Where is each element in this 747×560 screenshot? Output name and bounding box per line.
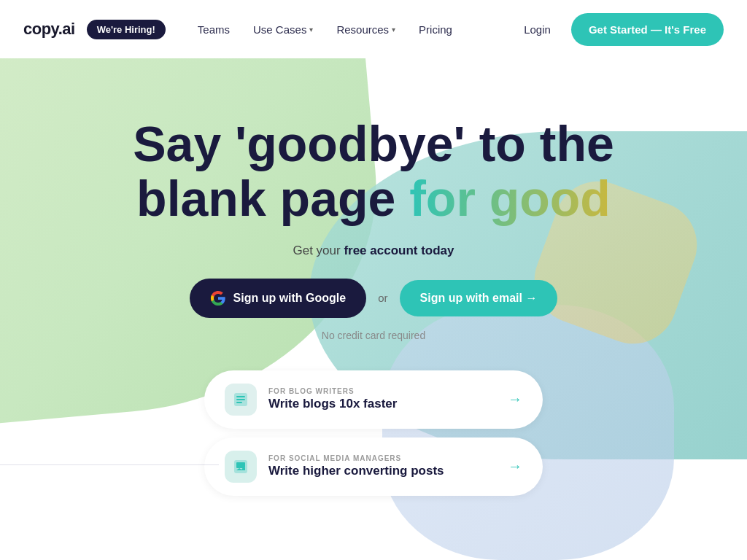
divider-line [0, 464, 219, 465]
feature-card-blog[interactable]: FOR BLOG WRITERS Write blogs 10x faster … [204, 370, 543, 429]
blog-card-label: FOR BLOG WRITERS [268, 387, 496, 395]
blog-icon [225, 384, 257, 416]
feature-cards: FOR BLOG WRITERS Write blogs 10x faster … [0, 370, 747, 496]
no-credit-card-text: No credit card required [0, 330, 747, 341]
hero-subtitle: Get your free account today [0, 244, 747, 258]
svg-rect-2 [236, 399, 245, 400]
nav-item-pricing[interactable]: Pricing [410, 18, 461, 42]
resources-label: Resources [336, 23, 389, 36]
headline-line2-plain: blank page [136, 171, 409, 226]
social-icon [225, 451, 257, 483]
nav-links: Teams Use Cases ▾ Resources ▾ Pricing [189, 18, 515, 42]
nav-right: Login Get Started — It's Free [515, 13, 724, 46]
subtitle-bold: free account today [344, 244, 454, 257]
hiring-badge[interactable]: We're Hiring! [87, 20, 166, 39]
nav-item-resources[interactable]: Resources ▾ [328, 18, 404, 42]
nav-item-use-cases[interactable]: Use Cases ▾ [244, 18, 322, 42]
email-signup-button[interactable]: Sign up with email → [400, 280, 558, 316]
email-btn-label: Sign up with email → [420, 292, 538, 305]
logo[interactable]: copy.ai [23, 20, 75, 39]
subtitle-plain: Get your [293, 244, 344, 257]
google-signup-button[interactable]: Sign up with Google [190, 279, 367, 318]
social-card-title: Write higher converting posts [268, 464, 496, 478]
hero-headline: Say 'goodbye' to the blank page for good [118, 117, 629, 226]
social-card-arrow-icon: → [508, 458, 522, 475]
headline-gradient: for good [409, 171, 611, 226]
blog-card-text: FOR BLOG WRITERS Write blogs 10x faster [268, 387, 496, 411]
pricing-label: Pricing [419, 23, 452, 36]
hero-section: Say 'goodbye' to the blank page for good… [0, 58, 747, 341]
resources-chevron-icon: ▾ [392, 26, 395, 34]
svg-rect-1 [236, 396, 245, 397]
teams-label: Teams [198, 23, 230, 36]
social-card-label: FOR SOCIAL MEDIA MANAGERS [268, 454, 496, 462]
login-button[interactable]: Login [515, 18, 560, 42]
google-icon [210, 290, 226, 306]
use-cases-chevron-icon: ▾ [309, 26, 313, 34]
get-started-button[interactable]: Get Started — It's Free [571, 13, 724, 46]
google-btn-label: Sign up with Google [233, 292, 347, 305]
cta-row: Sign up with Google or Sign up with emai… [0, 279, 747, 318]
navbar: copy.ai We're Hiring! Teams Use Cases ▾ … [0, 0, 747, 58]
use-cases-label: Use Cases [253, 23, 306, 36]
blog-card-arrow-icon: → [508, 391, 522, 408]
headline-line1: Say 'goodbye' to the [133, 116, 614, 171]
feature-card-social[interactable]: FOR SOCIAL MEDIA MANAGERS Write higher c… [204, 438, 543, 496]
blog-card-title: Write blogs 10x faster [268, 397, 496, 411]
svg-rect-3 [236, 402, 242, 403]
nav-item-teams[interactable]: Teams [189, 18, 239, 42]
or-divider: or [378, 292, 387, 304]
social-card-text: FOR SOCIAL MEDIA MANAGERS Write higher c… [268, 454, 496, 478]
